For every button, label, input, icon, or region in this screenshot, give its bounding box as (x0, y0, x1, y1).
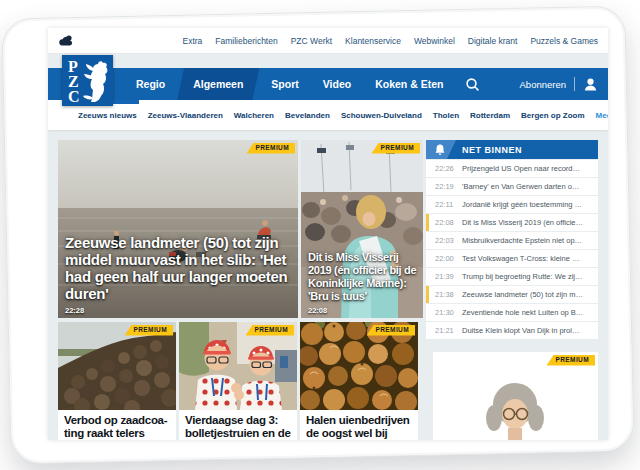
net-binnen-item[interactable]: 22:08 Dit is Miss Visserij 2019 (én offi… (426, 214, 598, 231)
utility-links: Extra Familieberichten PZC Werkt Klanten… (182, 36, 598, 46)
nav-item-algemeen[interactable]: Algemeen (177, 68, 259, 100)
region-bergen-op-zoom[interactable]: Bergen op Zoom (521, 100, 585, 130)
item-time: 22:11 (435, 200, 456, 209)
utility-link-digitale-krant[interactable]: Digitale krant (468, 36, 518, 46)
utility-link-familieberichten[interactable]: Familieberichten (215, 36, 277, 46)
region-nav: Zeeuws nieuws Zeeuws-Vlaanderen Walchere… (48, 100, 608, 130)
utility-link-pzc-werkt[interactable]: PZC Werkt (291, 36, 332, 46)
net-binnen-item[interactable]: 21:30 Zeventiende hole nekt Luiten op B… (426, 304, 598, 321)
columnist-portrait (433, 376, 598, 440)
nav-divider (574, 77, 575, 91)
account-icon[interactable] (583, 77, 598, 92)
article-headline: Dit is Miss Visserij 2019 (én officier b… (308, 251, 417, 303)
item-time: 21:30 (435, 308, 456, 317)
net-binnen-title: NET BINNEN (462, 145, 522, 155)
article-time: 22:08 (308, 306, 327, 315)
page: { "utility_bar": { "links": ["Extra", "F… (0, 0, 640, 470)
net-binnen-item[interactable]: 21:39 Trump bij begroeting Rutte: We zij… (426, 268, 598, 285)
item-title: Misbruikverdachte Epstein niet op… (462, 236, 593, 245)
search-icon[interactable] (465, 77, 480, 92)
premium-badge: PREMIUM (547, 355, 596, 366)
article-headline: Verbod op zaadcoa- ting raakt telers (58, 410, 176, 440)
lion-icon (83, 61, 107, 102)
utility-bar: Extra Familieberichten PZC Werkt Klanten… (48, 28, 608, 54)
article-headline: Halen uienbedrijven de oogst wel bij (300, 410, 418, 440)
article-secondary[interactable]: PREMIUM Dit is Miss Visserij 2019 (én of… (301, 140, 423, 318)
article-headline: Zeeuwse landmeter (50) tot zijn middel m… (65, 235, 292, 303)
item-time: 22:03 (435, 236, 456, 245)
item-time: 21:38 (435, 290, 456, 299)
region-zeeuws-vlaanderen[interactable]: Zeeuws-Vlaanderen (148, 100, 223, 130)
utility-link-klantenservice[interactable]: Klantenservice (345, 36, 401, 46)
item-title: Jordanië krijgt géén toestemming … (462, 200, 593, 209)
article-bottom-3[interactable]: PREMIUM Halen uienbedrijven de oogst wel… (300, 322, 418, 440)
premium-badge: PREMIUM (125, 325, 174, 336)
region-walcheren[interactable]: Walcheren (234, 100, 274, 130)
region-schouwen-duiveland[interactable]: Schouwen-Duiveland (341, 100, 422, 130)
item-time: 22:26 (435, 164, 456, 173)
net-binnen-item[interactable]: 22:19 'Barney' en Van Gerwen darten o… (426, 178, 598, 195)
premium-badge: PREMIUM (367, 325, 416, 336)
net-binnen-item[interactable]: 21:38 Zeeuwse landmeter (50) tot zijn m… (426, 286, 598, 303)
net-binnen-panel: NET BINNEN 22:26 Prijzengeld US Open naa… (426, 140, 598, 339)
net-binnen-item[interactable]: 22:26 Prijzengeld US Open naar record… (426, 160, 598, 177)
item-title: Dit is Miss Visserij 2019 (én officie… (462, 218, 593, 227)
item-title: Trump bij begroeting Rutte: We zij… (462, 272, 593, 281)
weather-icon[interactable] (58, 34, 74, 47)
net-binnen-header: NET BINNEN (426, 140, 598, 159)
region-tholen[interactable]: Tholen (433, 100, 459, 130)
main-nav: Regio Algemeen Sport Video Koken & Eten … (48, 68, 608, 100)
nav-item-koken-eten[interactable]: Koken & Eten (363, 68, 455, 100)
nav-item-regio[interactable]: Regio (124, 68, 177, 100)
net-binnen-item[interactable]: 22:00 Test Volkswagen T-Cross: kleine … (426, 250, 598, 267)
nav-item-video[interactable]: Video (311, 68, 363, 100)
more-link[interactable]: Meer... (596, 100, 608, 130)
bell-icon (432, 142, 448, 157)
premium-badge: PREMIUM (247, 143, 296, 154)
nav-account-area: Abonneren (520, 77, 608, 92)
item-title: Zeeuwse landmeter (50) tot zijn m… (462, 290, 593, 299)
region-bevelanden[interactable]: Bevelanden (285, 100, 330, 130)
article-columnist[interactable]: PREMIUM (433, 352, 598, 440)
pzc-logo-image: P Z C (62, 55, 113, 106)
article-time: 22:28 (65, 306, 84, 315)
item-title: 'Barney' en Van Gerwen darten o… (462, 182, 593, 191)
browser-screen: Extra Familieberichten PZC Werkt Klanten… (48, 28, 608, 440)
item-time: 22:19 (435, 182, 456, 191)
item-time: 22:00 (435, 254, 456, 263)
region-rotterdam[interactable]: Rotterdam (470, 100, 510, 130)
item-time: 21:39 (435, 272, 456, 281)
net-binnen-item[interactable]: 22:11 Jordanië krijgt géén toestemming … (426, 196, 598, 213)
article-main[interactable]: PREMIUM Zeeuwse landmeter (50) tot zijn … (58, 140, 298, 318)
svg-text:C: C (68, 88, 80, 105)
utility-link-webwinkel[interactable]: Webwinkel (414, 36, 455, 46)
article-headline: Vierdaagse dag 3: bolletjestruien en de (179, 410, 297, 440)
article-bottom-1[interactable]: PREMIUM Verbod op zaadcoa- ting raakt te… (58, 322, 176, 440)
net-binnen-item[interactable]: 22:03 Misbruikverdachte Epstein niet op… (426, 232, 598, 249)
nav-item-sport[interactable]: Sport (259, 68, 310, 100)
item-title: Zeventiende hole nekt Luiten op B… (462, 308, 593, 317)
utility-link-extra[interactable]: Extra (182, 36, 202, 46)
pzc-logo[interactable]: P Z C (62, 55, 113, 106)
subscribe-button[interactable]: Abonneren (520, 79, 566, 90)
net-binnen-item[interactable]: 21:21 Duitse Klein klopt Van Dijk in pro… (426, 322, 598, 339)
item-title: Test Volkswagen T-Cross: kleine … (462, 254, 593, 263)
article-bottom-2[interactable]: PREMIUM Vierdaagse dag 3: bolletjestruie… (179, 322, 297, 440)
utility-link-puzzels-games[interactable]: Puzzels & Games (530, 36, 598, 46)
premium-badge: PREMIUM (246, 325, 295, 336)
premium-badge: PREMIUM (372, 143, 421, 154)
item-title: Prijzengeld US Open naar record… (462, 164, 593, 173)
item-title: Duitse Klein klopt Van Dijk in prol… (462, 326, 593, 335)
item-time: 22:08 (435, 218, 456, 227)
item-time: 21:21 (435, 326, 456, 335)
